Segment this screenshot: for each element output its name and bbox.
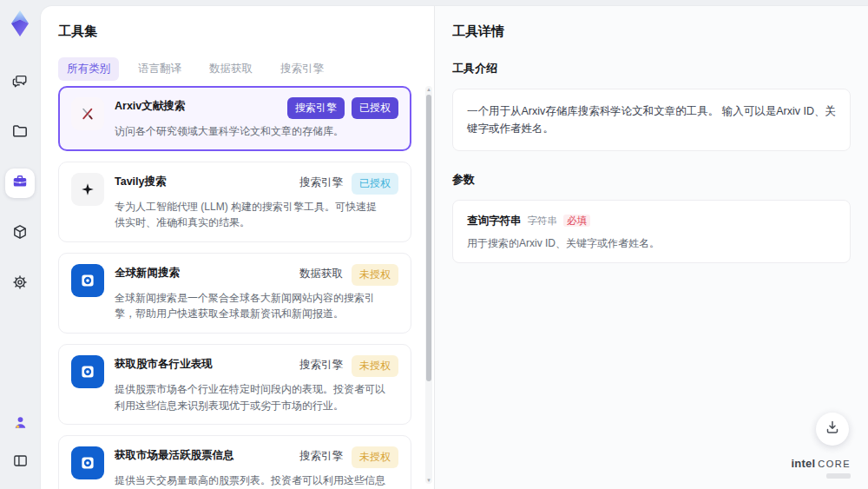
params-heading: 参数 [452,172,851,188]
category-tabs: 所有类别语言翻译数据获取搜索引擎 [58,57,434,81]
tool-card-content: Tavily搜索搜索引擎已授权专为人工智能代理 (LLM) 构建的搜索引擎工具。… [115,173,398,231]
tool-card-content: 获取股市各行业表现搜索引擎未授权提供股票市场各个行业在特定时间段内的表现。投资者… [115,355,398,413]
category-label: 搜索引擎 [298,355,345,375]
sidebar-item-files[interactable] [5,118,35,148]
tool-name: 获取市场最活跃股票信息 [115,446,291,463]
panel-icon [12,453,29,472]
scrollbar-up-icon[interactable]: ▲ [425,86,432,93]
sidebar-item-settings[interactable] [5,269,35,299]
category-badge: 搜索引擎 [287,97,345,119]
sidebar-item-conversations[interactable] [5,68,35,97]
gear-icon [11,274,29,294]
sidebar-item-models[interactable] [5,219,35,248]
tool-list-viewport: Arxiv文献搜索搜索引擎已授权访问各个研究领域大量科学论文和文章的存储库。Ta… [58,86,420,489]
sidebar-item-tools[interactable] [5,169,35,198]
briefcase-icon [11,173,29,194]
category-label: 搜索引擎 [298,173,345,193]
arxiv-icon [71,97,104,130]
tool-name: 全球新闻搜索 [115,264,291,281]
auth-status-badge[interactable]: 已授权 [352,97,398,119]
parameter-description: 用于搜索的Arxiv ID、关键字或作者姓名。 [467,236,836,251]
tool-name: Arxiv文献搜索 [115,97,280,114]
detail-title: 工具详情 [452,23,851,40]
tool-card[interactable]: Arxiv文献搜索搜索引擎已授权访问各个研究领域大量科学论文和文章的存储库。 [58,86,411,151]
tool-description: 提供当天交易量最高的股票列表。投资者可以利用这些信息来识别流动性强的股票和潜在的… [115,472,398,489]
tools-list-pane: 工具集 所有类别语言翻译数据获取搜索引擎 Arxiv文献搜索搜索引擎已授权访问各… [41,6,434,489]
category-tab[interactable]: 所有类别 [58,57,119,81]
required-badge: 必填 [563,215,590,227]
parameter-item: 查询字符串字符串必填用于搜索的Arxiv ID、关键字或作者姓名。 [452,200,851,263]
brand-subtext-bar [826,473,851,479]
intro-heading: 工具介绍 [452,61,851,76]
user-icon [12,414,29,434]
tool-card[interactable]: Tavily搜索搜索引擎已授权专为人工智能代理 (LLM) 构建的搜索引擎工具。… [58,162,411,242]
tool-card[interactable]: 获取股市各行业表现搜索引擎未授权提供股票市场各个行业在特定时间段内的表现。投资者… [58,344,411,425]
brand-intel: intel [791,457,815,470]
category-tab[interactable]: 搜索引擎 [272,57,332,81]
scrollbar-down-icon[interactable]: ▼ [425,477,432,484]
auth-status-badge[interactable]: 未授权 [352,264,398,286]
sidebar-item-account[interactable] [5,409,35,439]
parameter-type: 字符串 [528,215,558,226]
tool-description: 专为人工智能代理 (LLM) 构建的搜索引擎工具。可快速提供实时、准确和真实的结… [115,199,398,231]
category-tab[interactable]: 数据获取 [201,57,261,81]
page-title: 工具集 [58,23,434,40]
category-label: 数据获取 [298,264,345,284]
download-button[interactable] [816,413,849,446]
app-logo [7,9,33,38]
tool-description: 提供股票市场各个行业在特定时间段内的表现。投资者可以利用这些信息来识别表现优于或… [115,381,398,413]
tool-card-content: Arxiv文献搜索搜索引擎已授权访问各个研究领域大量科学论文和文章的存储库。 [115,97,398,140]
intro-text: 一个用于从Arxiv存储库搜索科学论文和文章的工具。 输入可以是Arxiv ID… [452,89,851,151]
category-tab[interactable]: 语言翻译 [129,57,190,81]
tool-name: Tavily搜索 [115,173,291,189]
folder-icon [11,122,29,143]
left-icon-rail [0,0,40,489]
cube-icon [11,223,29,244]
tavily-icon [71,173,104,206]
brand-core: core [818,459,851,469]
stock-sector-icon [71,355,104,388]
main-content: 工具集 所有类别语言翻译数据获取搜索引擎 Arxiv文献搜索搜索引擎已授权访问各… [40,5,868,489]
category-label: 搜索引擎 [298,446,345,466]
tool-card-content: 全球新闻搜索数据获取未授权全球新闻搜索是一个聚合全球各大新闻网站内容的搜索引擎，… [115,264,398,322]
tool-description: 访问各个研究领域大量科学论文和文章的存储库。 [115,123,398,140]
download-icon [824,419,841,439]
tool-card[interactable]: 全球新闻搜索数据获取未授权全球新闻搜索是一个聚合全球各大新闻网站内容的搜索引擎，… [58,253,411,334]
intel-core-logo: intelcore [791,455,851,479]
scrollbar-thumb[interactable] [426,95,431,381]
auth-status-badge[interactable]: 已授权 [352,173,398,195]
sidebar-item-collapse-panel[interactable] [5,447,35,477]
tool-list-scrollbar[interactable]: ▲ ▼ [425,86,432,484]
tool-card-content: 获取市场最活跃股票信息搜索引擎未授权提供当天交易量最高的股票列表。投资者可以利用… [115,446,398,489]
globe-news-icon [71,264,104,297]
parameter-name: 查询字符串 [467,215,522,227]
auth-status-badge[interactable]: 未授权 [352,355,398,377]
tool-detail-pane: 工具详情 工具介绍 一个用于从Arxiv存储库搜索科学论文和文章的工具。 输入可… [434,6,868,489]
auth-status-badge[interactable]: 未授权 [352,446,398,468]
chat-icon [11,72,29,93]
tool-name: 获取股市各行业表现 [115,355,291,372]
tool-card[interactable]: 获取市场最活跃股票信息搜索引擎未授权提供当天交易量最高的股票列表。投资者可以利用… [58,435,411,489]
parameter-header: 查询字符串字符串必填 [467,212,836,228]
active-stocks-icon [71,446,104,479]
tool-description: 全球新闻搜索是一个聚合全球各大新闻网站内容的搜索引擎，帮助用户快速获取全球最新资… [115,290,398,322]
